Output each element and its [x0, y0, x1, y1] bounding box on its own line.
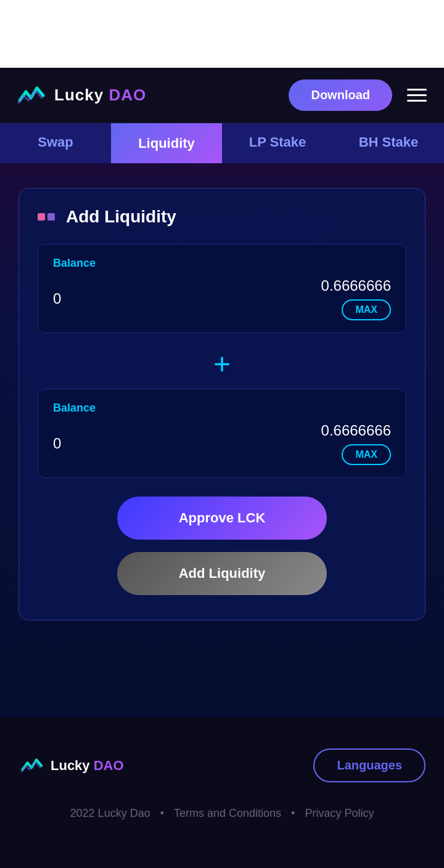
terms-link[interactable]: Terms and Conditions: [174, 807, 281, 820]
footer-copyright: 2022 Lucky Dao: [70, 807, 150, 820]
balance-amount-2: 0.6666666 MAX: [321, 422, 391, 465]
languages-button[interactable]: Languages: [313, 748, 426, 782]
balance-box-2: Balance 0 0.6666666 MAX: [38, 389, 406, 478]
balance-amount-1: 0.6666666 MAX: [321, 277, 391, 320]
balance-value-2: 0: [53, 435, 61, 452]
max-button-2[interactable]: MAX: [342, 444, 391, 465]
download-button[interactable]: Download: [289, 79, 392, 111]
footer-bottom: 2022 Lucky Dao • Terms and Conditions • …: [18, 807, 426, 820]
tab-bh-stake[interactable]: BH Stake: [333, 123, 444, 163]
header: Lucky DAO Download: [0, 68, 444, 123]
tab-swap[interactable]: Swap: [0, 123, 111, 163]
balance-value-1: 0: [53, 290, 61, 307]
title-color-squares: [38, 213, 55, 221]
footer-top: Lucky DAO Languages: [18, 748, 426, 782]
footer-dot-1: •: [160, 807, 164, 820]
balance-row-2: 0 0.6666666 MAX: [53, 422, 391, 465]
balance-row-1: 0 0.6666666 MAX: [53, 277, 391, 320]
logo-area: Lucky DAO: [15, 79, 146, 112]
header-right: Download: [289, 79, 429, 111]
footer-logo-icon: [18, 753, 44, 779]
footer-logo-text: Lucky DAO: [51, 758, 124, 774]
add-liquidity-button[interactable]: Add Liquidity: [117, 552, 327, 595]
square-purple: [47, 213, 55, 221]
balance-box-1: Balance 0 0.6666666 MAX: [38, 244, 406, 333]
footer-logo: Lucky DAO: [18, 753, 124, 779]
top-bar: [0, 0, 444, 68]
lucky-dao-logo-icon: [15, 79, 47, 112]
logo-text: Lucky DAO: [54, 86, 146, 105]
balance-label-1: Balance: [53, 257, 391, 270]
hamburger-menu-icon[interactable]: [405, 86, 429, 104]
balance-number-2: 0.6666666: [321, 422, 391, 439]
footer: Lucky DAO Languages 2022 Lucky Dao • Ter…: [0, 718, 444, 853]
footer-dot-2: •: [291, 807, 295, 820]
liquidity-card: Add Liquidity Balance 0 0.6666666 MAX + …: [18, 188, 426, 620]
square-pink: [38, 213, 45, 221]
privacy-link[interactable]: Privacy Policy: [305, 807, 374, 820]
nav-tabs: Swap Liquidity LP Stake BH Stake: [0, 123, 444, 163]
card-title: Add Liquidity: [66, 207, 176, 227]
card-title-bar: Add Liquidity: [38, 207, 406, 227]
approve-lck-button[interactable]: Approve LCK: [117, 497, 327, 540]
plus-separator: +: [38, 339, 406, 389]
max-button-1[interactable]: MAX: [342, 299, 391, 320]
balance-number-1: 0.6666666: [321, 277, 391, 294]
main-content: Liquidity Add Liquidity Balance 0 0.6666…: [0, 163, 444, 718]
tab-lp-stake[interactable]: LP Stake: [222, 123, 333, 163]
tab-liquidity[interactable]: Liquidity: [111, 123, 222, 163]
balance-label-2: Balance: [53, 402, 391, 415]
